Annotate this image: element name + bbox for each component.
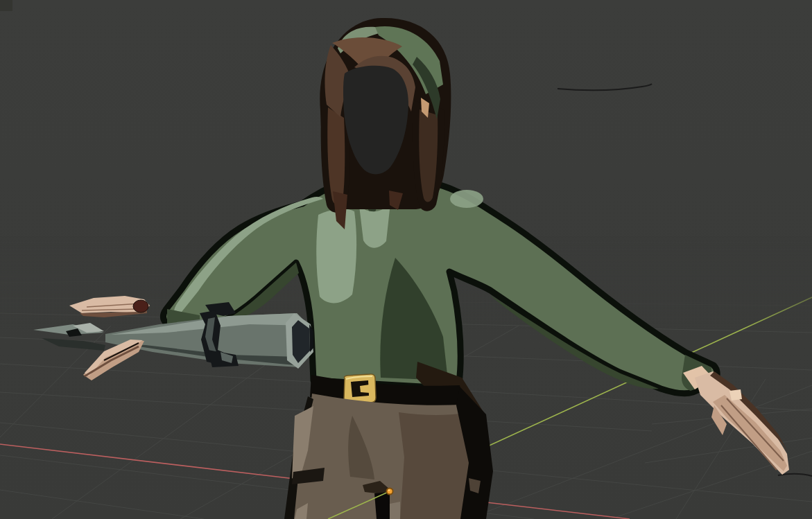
pants[interactable]	[284, 387, 493, 519]
3d-viewport[interactable]	[0, 0, 812, 519]
origin-point[interactable]	[386, 488, 394, 495]
knuckle-highlight	[729, 389, 742, 401]
right-leg-shadow	[399, 412, 470, 519]
head[interactable]	[320, 18, 451, 229]
seam-highlight	[390, 502, 400, 519]
viewport-canvas[interactable]	[0, 0, 812, 519]
center-seam	[374, 492, 390, 519]
viewport-corner-shade	[0, 0, 12, 11]
sleeve-opening	[133, 300, 148, 313]
